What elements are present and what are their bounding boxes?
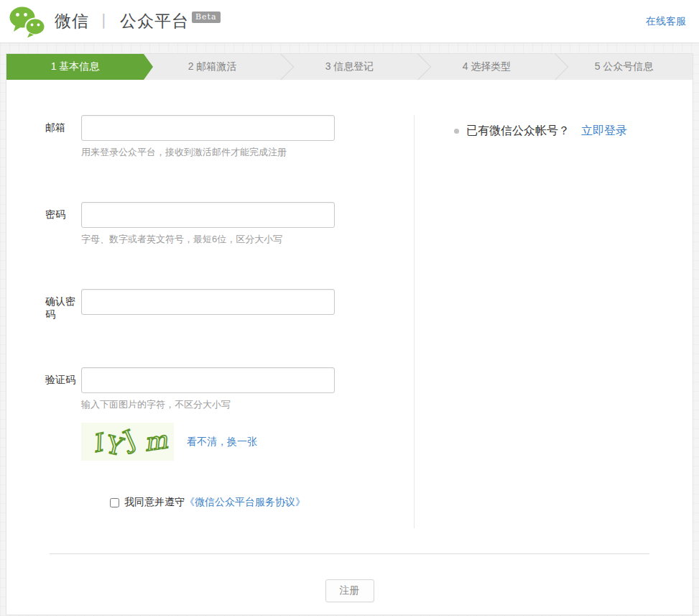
registration-panel: 1 基本信息 2 邮箱激活 3 信息登记 4 选择类型 5 公众号信息 邮箱 用… — [6, 53, 693, 615]
login-now-link[interactable]: 立即登录 — [581, 124, 627, 139]
bullet-icon — [454, 129, 459, 134]
captcha-field-group: 验证码 输入下面图片的字符，不区分大小写 I Y J m — [6, 367, 414, 461]
step-1-basic-info: 1 基本信息 — [6, 54, 144, 80]
password-field-group: 密码 字母、数字或者英文符号，最短6位，区分大小写 — [6, 202, 414, 246]
step-label: 2 邮箱激活 — [188, 60, 237, 73]
captcha-hint: 输入下面图片的字符，不区分大小写 — [81, 398, 335, 411]
wechat-logo-icon — [7, 5, 47, 38]
step-4-choose-type: 4 选择类型 — [418, 54, 555, 80]
step-label: 1 基本信息 — [51, 60, 100, 73]
register-button[interactable]: 注册 — [325, 579, 374, 602]
confirm-password-field-group: 确认密码 — [6, 289, 414, 321]
online-support-link[interactable]: 在线客服 — [646, 15, 686, 27]
brand-separator: 丨 — [96, 11, 113, 32]
captcha-label: 验证码 — [6, 367, 81, 461]
service-agreement-link[interactable]: 《微信公众平台服务协议》 — [185, 496, 305, 509]
header: 微信 丨 公众平台 Beta 在线客服 — [0, 0, 699, 43]
step-5-account-info: 5 公众号信息 — [555, 54, 693, 80]
step-2-email-activation: 2 邮箱激活 — [144, 54, 281, 80]
agreement-row: 我同意并遵守 《微信公众平台服务协议》 — [110, 496, 414, 509]
password-label: 密码 — [6, 202, 81, 246]
email-hint: 用来登录公众平台，接收到激活邮件才能完成注册 — [81, 146, 335, 159]
step-3-info-registration: 3 信息登记 — [281, 54, 418, 80]
brand-secondary: 公众平台 — [120, 10, 189, 32]
agreement-checkbox[interactable] — [110, 498, 119, 507]
step-progress-bar: 1 基本信息 2 邮箱激活 3 信息登记 4 选择类型 5 公众号信息 — [6, 54, 693, 80]
email-label: 邮箱 — [6, 115, 81, 159]
password-hint: 字母、数字或者英文符号，最短6位，区分大小写 — [81, 233, 335, 246]
beta-badge: Beta — [192, 12, 221, 23]
agreement-text: 我同意并遵守 — [124, 496, 185, 509]
brand-primary: 微信 — [55, 10, 89, 32]
brand-title: 微信 丨 公众平台 Beta — [55, 10, 221, 32]
email-input[interactable] — [81, 115, 335, 141]
step-label: 4 选择类型 — [463, 60, 511, 73]
email-field-group: 邮箱 用来登录公众平台，接收到激活邮件才能完成注册 — [6, 115, 414, 159]
captcha-input[interactable] — [81, 367, 335, 393]
registration-form: 邮箱 用来登录公众平台，接收到激活邮件才能完成注册 密码 字母、数字或者英文符号… — [6, 115, 414, 528]
captcha-char: m — [142, 425, 170, 456]
captcha-refresh-link[interactable]: 看不清，换一张 — [187, 436, 257, 449]
confirm-password-label: 确认密码 — [6, 289, 81, 321]
step-label: 3 信息登记 — [325, 60, 374, 73]
aside-column: 已有微信公众帐号？ 立即登录 — [414, 115, 693, 528]
bottom-divider — [50, 553, 649, 554]
confirm-password-input[interactable] — [81, 289, 335, 315]
step-label: 5 公众号信息 — [595, 60, 654, 73]
existing-account-question: 已有微信公众帐号？ — [466, 124, 570, 139]
captcha-image: I Y J m — [81, 423, 174, 461]
password-input[interactable] — [81, 202, 335, 228]
